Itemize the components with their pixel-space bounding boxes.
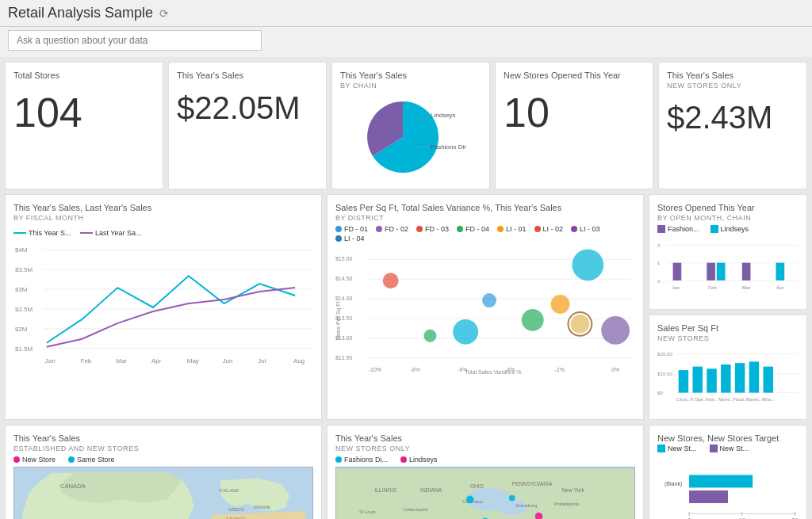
svg-text:Jul: Jul [258, 357, 266, 364]
new-stores-sales-value: $2.43M [667, 101, 799, 133]
scatter-chart-title: Sales Per Sq Ft, Total Sales Variance %,… [335, 203, 635, 212]
qa-input[interactable] [8, 30, 262, 51]
map-new-stores[interactable]: ILLINOIS INDIANA OHIO PENNSYLVANIA New Y… [335, 467, 635, 519]
total-stores-card: Total Stores 104 [5, 62, 163, 189]
new-stores-map-card: This Year's Sales NEW STORES ONLY Fashio… [327, 425, 644, 519]
svg-rect-62 [776, 263, 785, 280]
svg-text:-2%: -2% [555, 367, 565, 372]
map-card: This Year's Sales ESTABLISHED AND NEW ST… [5, 425, 322, 519]
svg-point-51 [482, 293, 496, 307]
new-stores-sales-sublabel: NEW STORES ONLY [667, 82, 799, 90]
svg-text:GREECE: GREECE [228, 508, 244, 512]
svg-text:Mar: Mar [116, 357, 127, 364]
svg-text:Cincin...: Cincin... [676, 398, 691, 402]
target-chart: (Blank) 0 10 20 [657, 456, 799, 519]
svg-text:Mar: Mar [742, 284, 751, 290]
svg-text:1: 1 [657, 260, 661, 265]
refresh-icon[interactable]: ⟳ [159, 7, 169, 20]
svg-text:$14.50: $14.50 [335, 276, 352, 281]
new-stores-value: 10 [504, 92, 645, 133]
svg-text:Apr: Apr [151, 357, 162, 364]
svg-text:Sales Per Sq Ft: Sales Per Sq Ft [335, 302, 342, 341]
this-years-sales-label: This Year's Sales [177, 71, 318, 80]
svg-rect-74 [693, 367, 703, 393]
scatter-chart-svg: $15.00 $14.50 $14.00 $13.50 $13.00 $12.5… [335, 245, 635, 376]
line-chart-title: This Year's Sales, Last Year's Sales [13, 203, 313, 212]
scatter-legend-fd02: FD - 02 [376, 225, 408, 233]
scatter-legend-li02: LI - 02 [534, 225, 564, 233]
new-stores-target-card: New Stores, New Stores Target New St... … [649, 425, 807, 519]
new-stores-target-title: New Stores, New Stores Target [657, 433, 799, 443]
svg-text:$1.5M: $1.5M [15, 345, 33, 353]
new-stores-label: New Stores Opened This Year [504, 71, 645, 80]
line-legend-this-year: This Year S... [13, 229, 71, 237]
target-legend-2: New St... [710, 445, 749, 452]
scatter-legend-li01: LI - 01 [497, 225, 527, 233]
line-chart-card: This Year's Sales, Last Year's Sales BY … [5, 194, 322, 420]
svg-text:Jun: Jun [223, 357, 233, 364]
sales-sqft-sublabel: NEW STORES [657, 334, 799, 342]
map-established[interactable]: CANADA UNITED STATES ICELAND FRANCE PORT… [13, 467, 313, 519]
svg-text:Total Sales Variance %: Total Sales Variance % [465, 369, 521, 375]
svg-text:Washin...: Washin... [746, 398, 762, 402]
svg-text:PENNSYLVANIA: PENNSYLVANIA [512, 481, 553, 487]
svg-text:Harrisburg: Harrisburg [516, 503, 538, 508]
scatter-legend-fd03: FD - 03 [416, 225, 449, 233]
sales-sqft-card: Sales Per Sq Ft NEW STORES $20.00 $10.00… [649, 315, 807, 420]
scatter-legend-li04: LI - 04 [335, 235, 365, 242]
this-years-sales-value: $22.05M [177, 92, 318, 124]
sales-sqft-chart: $20.00 $10.00 $0 [657, 345, 799, 409]
svg-text:St Louis: St Louis [359, 509, 376, 514]
svg-point-46 [601, 316, 630, 345]
svg-text:$12.50: $12.50 [335, 355, 352, 361]
sales-by-chain-sublabel: BY CHAIN [340, 82, 481, 90]
svg-rect-148 [689, 475, 753, 487]
svg-text:Monro...: Monro... [718, 398, 733, 402]
svg-rect-79 [764, 367, 773, 393]
svg-text:Apr: Apr [776, 284, 784, 290]
svg-rect-61 [742, 263, 751, 280]
svg-rect-76 [721, 364, 730, 393]
stores-opened-title: Stores Opened This Year [657, 203, 799, 212]
map-title: This Year's Sales [13, 433, 313, 443]
svg-point-45 [551, 295, 570, 314]
scatter-legend-li03: LI - 03 [571, 225, 600, 233]
new-stores-legend-lindsay: Lindseys [400, 456, 438, 464]
svg-text:-10%: -10% [369, 367, 381, 372]
svg-point-137 [466, 496, 474, 504]
svg-text:Philadelphia: Philadelphia [554, 502, 580, 506]
line-legend-last-year: Last Year Sa... [80, 229, 142, 237]
total-stores-label: Total Stores [13, 71, 155, 80]
svg-point-50 [570, 315, 589, 334]
svg-rect-73 [679, 370, 688, 392]
svg-rect-77 [735, 363, 745, 392]
svg-text:$2.5M: $2.5M [15, 306, 33, 313]
svg-text:Parad...: Parad... [733, 398, 747, 402]
svg-text:0: 0 [657, 278, 661, 284]
svg-text:Knox...: Knox... [706, 398, 718, 402]
target-legend-1: New St... [657, 445, 697, 452]
lindiseys-label: Lindseys [431, 112, 456, 119]
new-stores-card: New Stores Opened This Year 10 [495, 62, 653, 189]
svg-text:$0: $0 [657, 390, 663, 395]
map-legend-same: Same Store [68, 456, 115, 464]
svg-text:$14.00: $14.00 [335, 296, 352, 301]
svg-text:Feb: Feb [81, 357, 92, 364]
svg-text:Feb: Feb [708, 284, 717, 290]
svg-text:CANADA: CANADA [60, 483, 86, 490]
svg-text:-8%: -8% [411, 367, 420, 372]
line-chart-sublabel: BY FISCAL MONTH [13, 214, 313, 222]
stores-legend-fashion: Fashion... [657, 225, 699, 233]
scatter-chart-card: Sales Per Sq Ft, Total Sales Variance %,… [327, 194, 644, 420]
svg-text:ICELAND: ICELAND [219, 488, 239, 493]
line-chart-svg: $4M $3.5M $3M $2.5M $2M $1.5M Jan Feb Ma… [13, 240, 313, 367]
map-svg: CANADA UNITED STATES ICELAND FRANCE PORT… [14, 467, 312, 519]
svg-point-138 [509, 495, 515, 502]
new-stores-map-sublabel: NEW STORES ONLY [335, 445, 635, 452]
page-title: Retail Analysis Sample [8, 5, 153, 21]
svg-text:$10.00: $10.00 [657, 371, 673, 376]
map-legend-new: New Store [13, 456, 56, 464]
svg-text:Wilso...: Wilso... [762, 398, 775, 402]
svg-point-44 [453, 319, 478, 345]
svg-point-47 [383, 273, 399, 288]
